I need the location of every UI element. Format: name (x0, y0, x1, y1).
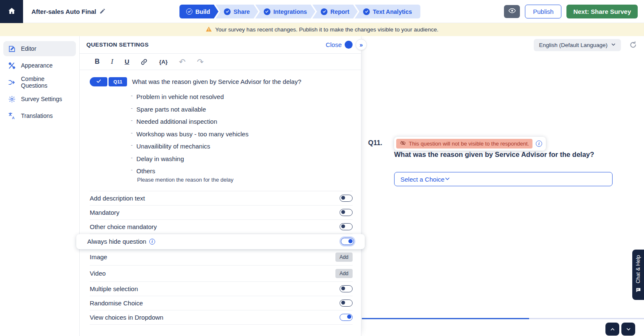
editor-icon (8, 44, 16, 53)
choice-text: Others (136, 167, 155, 175)
eye-icon (508, 7, 516, 16)
option-row-mandatory: Mandatory (90, 206, 353, 220)
gear-icon (8, 95, 16, 103)
toolbar-redo-button[interactable]: ↷ (197, 57, 204, 67)
question-check-badge[interactable] (90, 77, 107, 86)
choice-dash-icon: - (131, 167, 132, 173)
option-row-add-description-text: Add description text (90, 191, 353, 206)
choice-dash-icon: - (131, 117, 132, 123)
sidebar-item-combine-questions[interactable]: Combine Questions (3, 75, 76, 90)
warning-triangle-icon (205, 26, 212, 34)
survey-preview-pane: English (Default Language) Q11. This que… (362, 36, 644, 336)
question-settings-header: QUESTION SETTINGS Close ✕ » (80, 36, 361, 54)
toggle-knob (341, 210, 345, 214)
toolbar-bold-button[interactable]: B (95, 58, 100, 65)
toolbar-variable-button[interactable]: {A} (159, 59, 167, 65)
option-row-other-choice-mandatory: Other choice mandatory (90, 220, 353, 234)
hidden-question-notice: This question will not be visible to the… (394, 137, 546, 151)
next-share-survey-button[interactable]: Next: Share Survey (566, 5, 638, 18)
option-label: Multiple selection (90, 285, 138, 292)
sidebar-item-label: Combine Questions (21, 76, 72, 89)
toggle-other-choice-mandatory[interactable] (340, 223, 353, 230)
choice-dropdown[interactable]: Select a Choice (394, 172, 613, 186)
svg-text:A: A (12, 115, 15, 120)
question-navigation (605, 323, 635, 336)
tab-share[interactable]: Share (216, 5, 258, 18)
refresh-preview-button[interactable] (628, 40, 638, 50)
choice-text: Needed additional inspection (136, 118, 217, 125)
toolbar-undo-button[interactable]: ↶ (179, 57, 186, 67)
next-question-button[interactable] (621, 323, 635, 336)
toggle-always-hide-question[interactable] (341, 238, 354, 245)
others-hint-text[interactable]: Please mention the reason for the delay (137, 177, 353, 186)
unpublished-changes-banner: Your survey has recent changes. Publish … (0, 23, 644, 36)
add-video-button[interactable]: Add (335, 269, 353, 278)
collapse-panel-button[interactable]: » (356, 39, 367, 50)
option-row-always-hide-question: Always hide questioni (76, 234, 365, 249)
question-options-list: Add description textMandatoryOther choic… (80, 191, 361, 325)
toggle-view-choices-in-dropdown[interactable] (340, 314, 353, 321)
sidebar-item-survey-settings[interactable]: Survey Settings (3, 91, 76, 107)
sidebar-item-translations[interactable]: ATranslations (3, 108, 76, 123)
chat-icon (636, 287, 641, 294)
toggle-randomise-choice[interactable] (340, 300, 353, 307)
question-editor-block: Q11 What was the reason given by Service… (80, 70, 361, 191)
choice-item[interactable]: -Unavailibility of mechanics (131, 140, 353, 153)
close-panel-button[interactable]: Close ✕ (326, 41, 353, 49)
choice-list: -Problem in vehicle not resolved-Spare p… (131, 91, 353, 177)
sidebar-item-appearance[interactable]: Appearance (3, 58, 76, 73)
info-icon[interactable]: i (149, 239, 155, 245)
tab-text-analytics[interactable]: Text Analytics (355, 5, 420, 18)
option-label: Mandatory (90, 209, 119, 216)
language-selector[interactable]: English (Default Language) (534, 39, 621, 51)
sidebar-item-label: Survey Settings (21, 96, 62, 102)
toolbar-link-button[interactable] (140, 58, 148, 65)
chevron-down-icon (444, 176, 450, 183)
tab-label: Report (330, 8, 349, 15)
top-actions: Publish Next: Share Survey (504, 5, 638, 18)
chat-help-tab[interactable]: Chat & Help (632, 250, 644, 300)
toolbar-underline-button[interactable]: U (125, 58, 129, 65)
preview-progress-bar (362, 318, 644, 319)
choice-item[interactable]: -Delay in washing (131, 153, 353, 165)
toolbar-italic-button[interactable]: I (111, 57, 114, 66)
option-row-view-choices-in-dropdown: View choices in Dropdown (90, 310, 353, 325)
question-number-badge[interactable]: Q11 (109, 77, 127, 86)
left-sidebar: EditorAppearanceCombine QuestionsSurvey … (0, 36, 80, 336)
choice-dash-icon: - (131, 142, 132, 148)
option-label: Add description text (90, 195, 145, 202)
choice-text: Problem in vehicle not resolved (136, 93, 223, 100)
choice-item[interactable]: -Workshop was busy - too many vehicles (131, 128, 353, 141)
choice-item[interactable]: -Needed additional inspection (131, 115, 353, 128)
chat-help-label: Chat & Help (635, 255, 641, 283)
question-text-editable[interactable]: What was the reason given by Service Adv… (132, 77, 301, 86)
sidebar-item-editor[interactable]: Editor (3, 41, 76, 56)
refresh-icon (629, 44, 637, 50)
info-icon[interactable]: i (536, 141, 542, 147)
toggle-multiple-selection[interactable] (340, 285, 353, 292)
toggle-knob (348, 239, 353, 243)
option-label: Video (90, 270, 106, 277)
home-button[interactable] (0, 0, 23, 23)
edit-pencil-icon[interactable] (99, 8, 106, 16)
workflow-tabs: BuildShareIntegrationsReportText Analyti… (179, 5, 421, 18)
tab-report[interactable]: Report (312, 5, 358, 18)
tab-integrations[interactable]: Integrations (255, 5, 315, 18)
previous-question-button[interactable] (605, 323, 619, 336)
choice-item[interactable]: -Problem in vehicle not resolved (131, 91, 353, 103)
preview-question-text: What was the reason given by Service Adv… (394, 151, 594, 159)
eye-off-icon (400, 140, 406, 147)
add-image-button[interactable]: Add (335, 253, 353, 262)
check-circle-icon (363, 8, 370, 15)
toggle-mandatory[interactable] (340, 209, 353, 216)
question-badges: Q11 (90, 77, 127, 86)
toggle-knob (341, 301, 345, 305)
tab-build[interactable]: Build (179, 5, 218, 18)
choice-item[interactable]: -Others (131, 165, 353, 177)
toggle-add-description-text[interactable] (340, 195, 353, 202)
choice-dash-icon: - (131, 130, 132, 136)
choice-item[interactable]: -Spare parts not available (131, 103, 353, 116)
publish-button[interactable]: Publish (525, 5, 561, 18)
toggle-knob (341, 287, 345, 290)
preview-survey-button[interactable] (504, 5, 520, 18)
